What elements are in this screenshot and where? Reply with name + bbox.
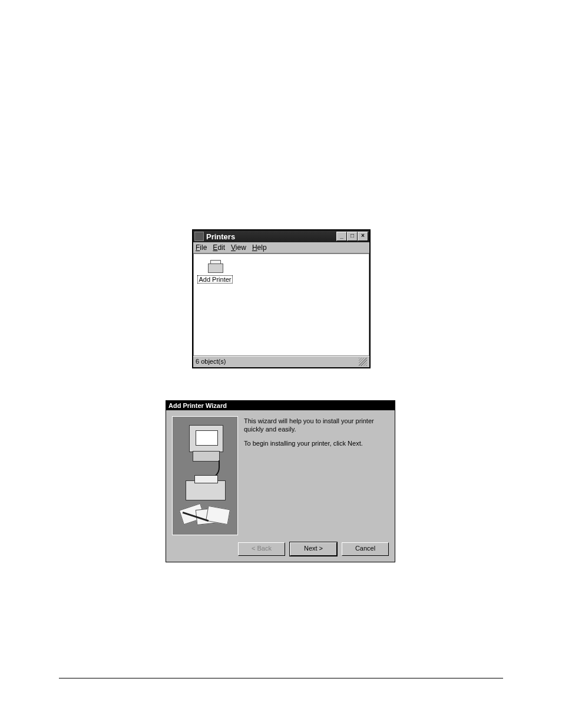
printer-icon	[206, 258, 224, 274]
wizard-title[interactable]: Add Printer Wizard	[166, 401, 395, 410]
wizard-illustration	[172, 416, 238, 535]
add-printer-label: Add Printer	[197, 275, 232, 284]
statusbar: 6 object(s)	[193, 356, 369, 367]
window-title: Printers	[206, 232, 336, 241]
wizard-body: This wizard will help you to install you…	[166, 410, 395, 539]
wizard-text: This wizard will help you to install you…	[244, 416, 389, 535]
monitor-icon	[189, 425, 223, 452]
menubar: File Edit View Help	[193, 242, 369, 253]
close-button[interactable]: ×	[358, 232, 368, 241]
printers-folder-icon	[194, 232, 204, 241]
document-page: Printers _ □ × File Edit View Help Add P…	[0, 0, 562, 728]
resize-grip-icon[interactable]	[359, 358, 367, 366]
menu-file[interactable]: File	[196, 243, 207, 252]
papers-icon	[181, 506, 228, 528]
titlebar[interactable]: Printers _ □ ×	[193, 230, 369, 242]
wizard-button-row: < Back Next > Cancel	[166, 539, 395, 562]
next-button[interactable]: Next >	[290, 542, 337, 556]
printer-illustration-icon	[186, 480, 226, 500]
menu-view[interactable]: View	[231, 243, 246, 252]
window-controls: _ □ ×	[336, 232, 368, 241]
cancel-button[interactable]: Cancel	[342, 542, 389, 556]
wizard-paragraph-1: This wizard will help you to install you…	[244, 417, 389, 434]
page-footer-rule	[59, 678, 503, 678]
wizard-paragraph-2: To begin installing your printer, click …	[244, 440, 389, 448]
add-printer-wizard-dialog: Add Printer Wizard This wizard will help…	[166, 400, 395, 562]
status-text: 6 object(s)	[196, 358, 226, 366]
menu-help[interactable]: Help	[252, 243, 267, 252]
menu-edit[interactable]: Edit	[213, 243, 225, 252]
client-area: Add Printer	[193, 253, 369, 356]
add-printer-item[interactable]: Add Printer	[197, 258, 233, 284]
back-button: < Back	[238, 542, 285, 556]
minimize-button[interactable]: _	[336, 232, 347, 241]
maximize-button[interactable]: □	[347, 232, 358, 241]
printers-window: Printers _ □ × File Edit View Help Add P…	[192, 229, 371, 368]
